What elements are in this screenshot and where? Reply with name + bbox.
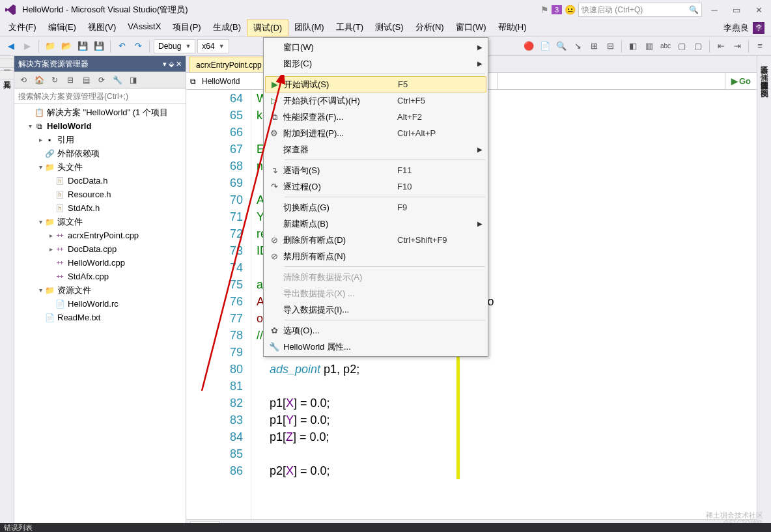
sol-preview-icon[interactable]: ◨ <box>126 74 139 87</box>
tree-item[interactable]: ▾📁头文件 <box>14 160 186 174</box>
tree-expand-icon[interactable]: ▾ <box>36 218 44 225</box>
window-restore-button[interactable]: ▭ <box>727 3 746 16</box>
team-explorer-tab[interactable]: 团队资源管理器 <box>757 72 771 79</box>
toolbar-indent-increase[interactable]: ⇥ <box>730 39 744 53</box>
toolbar-find-button[interactable]: 🔍 <box>554 39 568 53</box>
menu-item[interactable]: ⚙附加到进程(P)...Ctrl+Alt+P <box>265 125 486 141</box>
toolbar-toggle-ws[interactable]: abc <box>658 39 673 53</box>
tree-item[interactable]: hDocData.h <box>14 174 186 188</box>
tree-item[interactable]: hStdAfx.h <box>14 201 186 215</box>
save-button[interactable]: 💾 <box>76 39 90 53</box>
quick-launch-input[interactable]: 快速启动 (Ctrl+Q) 🔍 <box>578 3 702 17</box>
tree-expand-icon[interactable]: ▾ <box>36 287 44 294</box>
sol-sync-icon[interactable]: ↻ <box>48 74 61 87</box>
toolbar-misc-5[interactable]: ⊟ <box>603 39 617 53</box>
solution-platform-dropdown[interactable]: x64▼ <box>197 39 229 53</box>
go-button[interactable]: ▶Go <box>725 73 757 89</box>
tree-item[interactable]: ▸▪引用 <box>14 133 186 147</box>
tree-item[interactable]: ▾⧉HelloWorld <box>14 119 186 133</box>
nav-back-button[interactable]: ◀ <box>4 39 18 53</box>
tree-expand-icon[interactable]: ▸ <box>47 232 55 239</box>
sol-show-all-icon[interactable]: ▤ <box>79 74 92 87</box>
feedback-icon[interactable]: 😐 <box>565 5 576 15</box>
menu-item[interactable]: 导入数据提示(I)... <box>265 301 486 318</box>
tree-item[interactable]: ++HelloWorld.cpp <box>14 256 186 270</box>
menu-团队m[interactable]: 团队(M) <box>288 20 330 36</box>
code-line[interactable] <box>257 445 757 462</box>
menu-测试s[interactable]: 测试(S) <box>369 20 409 36</box>
tree-item[interactable]: 📄HelloWorld.rc <box>14 297 186 311</box>
tree-item[interactable]: ▾📁资源文件 <box>14 283 186 297</box>
menu-item[interactable]: ↴逐语句(S)F11 <box>265 162 486 178</box>
menu-item[interactable]: 新建断点(B)▶ <box>265 216 486 232</box>
code-line[interactable]: p1[X] = 0.0; <box>257 395 757 412</box>
toolbar-misc-4[interactable]: ⊞ <box>587 39 601 53</box>
menu-item[interactable]: ⊘删除所有断点(D)Ctrl+Shift+F9 <box>265 232 486 248</box>
sol-nav-back-icon[interactable]: ⟲ <box>17 74 30 87</box>
tree-item[interactable]: hResource.h <box>14 188 186 201</box>
toolbar-misc-9[interactable]: ▢ <box>691 39 705 53</box>
tree-item[interactable]: 🔗外部依赖项 <box>14 147 186 160</box>
class-view-tab[interactable]: 类视图 <box>757 79 771 87</box>
menu-工具t[interactable]: 工具(T) <box>330 20 370 36</box>
new-project-button[interactable]: 📁 <box>43 39 57 53</box>
solution-config-dropdown[interactable]: Debug▼ <box>154 39 195 53</box>
sol-home-icon[interactable]: 🏠 <box>33 74 46 87</box>
tree-expand-icon[interactable]: ▾ <box>36 163 44 171</box>
menu-vassistx[interactable]: VAssistX <box>122 20 167 36</box>
panel-dropdown-icon[interactable]: ▾ <box>163 60 167 68</box>
tree-item[interactable]: 📄ReadMe.txt <box>14 311 186 324</box>
menu-item[interactable]: ⊘禁用所有断点(N) <box>265 248 486 264</box>
undo-button[interactable]: ↶ <box>115 39 129 53</box>
tree-item[interactable]: ▸++DocData.cpp <box>14 242 186 256</box>
tree-item[interactable]: ▸++acrxEntryPoint.cpp <box>14 229 186 242</box>
menu-item[interactable]: ↷逐过程(O)F10 <box>265 178 486 195</box>
menu-视图v[interactable]: 视图(V) <box>82 20 122 36</box>
tree-item[interactable]: ++StdAfx.cpp <box>14 270 186 283</box>
solution-search-input[interactable] <box>14 89 186 104</box>
code-line[interactable]: ads_point p1, p2; <box>257 361 757 378</box>
toolbar-indent-decrease[interactable]: ⇤ <box>714 39 728 53</box>
server-explorer-tab[interactable]: 服务器资源管理器 <box>0 59 14 68</box>
project-scope-dropdown[interactable]: ⧉ HelloWorld <box>186 73 271 89</box>
properties-tab[interactable]: 属性 <box>757 64 771 72</box>
tree-expand-icon[interactable]: ▸ <box>36 136 44 143</box>
menu-编辑e[interactable]: 编辑(E) <box>42 20 82 36</box>
menu-item[interactable]: ⧉性能探查器(F)...Alt+F2 <box>265 109 486 125</box>
menu-item[interactable]: ✿选项(O)... <box>265 322 486 339</box>
menu-分析n[interactable]: 分析(N) <box>410 20 450 36</box>
sol-refresh-icon[interactable]: ⟳ <box>95 74 108 87</box>
code-line[interactable] <box>257 378 757 395</box>
notification-flag-icon[interactable]: ⚑ <box>540 5 549 15</box>
menu-item[interactable]: 图形(C)▶ <box>265 55 486 72</box>
menu-item[interactable]: 探查器▶ <box>265 141 486 158</box>
tree-item[interactable]: 📋解决方案 "HelloWorld" (1 个项目 <box>14 105 186 119</box>
debug-menu-dropdown[interactable]: 窗口(W)▶图形(C)▶▶开始调试(S)F5▷开始执行(不调试)(H)Ctrl+… <box>263 37 488 357</box>
toolbar-misc-3[interactable]: ↘ <box>570 39 585 53</box>
menu-item[interactable]: ▷开始执行(不调试)(H)Ctrl+F5 <box>265 92 486 109</box>
code-line[interactable]: p1[Y] = 0.0; <box>257 412 757 428</box>
user-avatar[interactable]: 李 <box>753 22 764 34</box>
redo-button[interactable]: ↷ <box>131 39 145 53</box>
menu-调试d[interactable]: 调试(D) <box>247 20 288 36</box>
panel-close-icon[interactable]: ✕ <box>176 60 182 68</box>
code-line[interactable]: p1[Z] = 0.0; <box>257 428 757 445</box>
toolbar-misc-8[interactable]: ▢ <box>675 39 689 53</box>
toolbar-comment[interactable]: ≡ <box>753 39 767 53</box>
sol-properties-icon[interactable]: 🔧 <box>111 74 124 87</box>
menu-窗口w[interactable]: 窗口(W) <box>450 20 492 36</box>
open-file-button[interactable]: 📂 <box>59 39 74 53</box>
nav-forward-button[interactable]: ▶ <box>20 39 35 53</box>
menu-生成b[interactable]: 生成(B) <box>207 20 247 36</box>
sol-collapse-icon[interactable]: ⊟ <box>64 74 77 87</box>
save-all-button[interactable]: 💾 <box>92 39 106 53</box>
menu-文件f[interactable]: 文件(F) <box>3 20 42 36</box>
toolbar-misc-2[interactable]: 📄 <box>538 39 552 53</box>
diagnostics-tab[interactable]: 诊断工具 <box>757 56 771 64</box>
tree-item[interactable]: ▾📁源文件 <box>14 215 186 229</box>
menu-item[interactable]: 窗口(W)▶ <box>265 39 486 55</box>
menu-item[interactable]: 切换断点(G)F9 <box>265 199 486 216</box>
solution-tree[interactable]: 📋解决方案 "HelloWorld" (1 个项目▾⧉HelloWorld▸▪引… <box>14 104 186 532</box>
toolbox-tab[interactable]: 工具箱 <box>0 70 14 79</box>
toolbar-misc-7[interactable]: ▥ <box>642 39 656 53</box>
